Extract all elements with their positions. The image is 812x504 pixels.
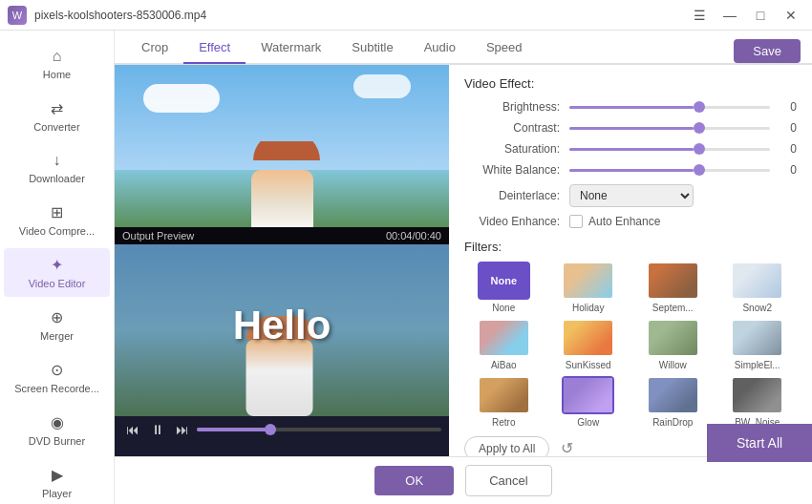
brightness-value: 0 [778,100,797,114]
white-balance-slider[interactable] [569,169,770,172]
tab-crop[interactable]: Crop [126,32,183,64]
sidebar-label-converter: Converter [33,121,79,133]
filter-thumb-raindrop [647,376,699,414]
white-balance-fill [569,169,694,172]
prev-button[interactable]: ⏮ [122,420,143,439]
contrast-thumb [694,122,705,134]
title-bar: W pixels-koolshooters-8530006.mp4 ☰ — □ … [0,0,812,31]
filter-retro[interactable]: Retro [464,376,544,428]
menu-button[interactable]: ☰ [686,4,713,27]
sidebar-item-merger[interactable]: ⊕ Merger [4,301,110,349]
auto-enhance-checkbox[interactable] [569,215,583,228]
filter-september[interactable]: Septem... [633,262,713,313]
sidebar-label-compress: Video Compre... [19,225,95,237]
auto-enhance-text: Auto Enhance [588,215,660,228]
filter-bg-glow [564,378,612,412]
filter-none[interactable]: None None [464,262,544,313]
converter-icon: ⇄ [51,99,63,117]
person-top [239,141,325,227]
sidebar-item-dvd-burner[interactable]: ◉ DVD Burner [4,406,110,454]
sidebar-item-downloader[interactable]: ↓ Downloader [4,144,110,192]
filter-bg-retro [480,378,528,412]
deinterlace-row: Deinterlace: None Linear Yadif Yadif2x [464,184,797,207]
progress-bar[interactable] [197,428,441,431]
filter-bg-willow [649,321,697,355]
main-layout: ⌂ Home ⇄ Converter ↓ Downloader ⊞ Video … [0,31,812,504]
filter-thumb-sunkissed [562,319,614,357]
sidebar-label-editor: Video Editor [29,278,86,289]
cloud1 [143,84,220,113]
cancel-button[interactable]: Cancel [465,465,551,496]
filter-bg-sunkissed [564,321,612,355]
tab-watermark[interactable]: Watermark [246,32,336,64]
filter-aibao[interactable]: AiBao [464,319,544,370]
white-balance-slider-container: 0 [569,163,797,177]
sidebar-item-converter[interactable]: ⇄ Converter [4,92,110,140]
filter-thumb-september [647,262,699,300]
close-button[interactable]: ✕ [778,4,804,27]
play-pause-button[interactable]: ⏸ [147,420,168,439]
sidebar-item-screen-recorder[interactable]: ⊙ Screen Recorde... [4,353,110,402]
filter-label-aibao: AiBao [491,360,517,370]
filter-bwnoise[interactable]: BW_Noise [718,376,798,428]
cloud2 [353,74,411,98]
next-button[interactable]: ⏭ [172,420,193,439]
sidebar-item-home[interactable]: ⌂ Home [4,40,110,88]
progress-thumb [265,424,276,435]
brightness-fill [569,106,694,109]
minimize-button[interactable]: — [716,4,743,27]
filter-raindrop[interactable]: RainDrop [633,376,713,428]
tab-subtitle[interactable]: Subtitle [336,32,408,64]
filter-snow2[interactable]: Snow2 [718,262,798,313]
tab-audio[interactable]: Audio [409,32,471,64]
contrast-slider[interactable] [569,127,770,130]
saturation-slider[interactable] [569,148,770,151]
filter-label-none: None [492,303,515,313]
contrast-fill [569,127,694,130]
sidebar-item-video-editor[interactable]: ✦ Video Editor [4,248,110,297]
content-area: Crop Effect Watermark Subtitle Audio Spe… [115,31,812,504]
filter-thumb-simpleel [731,319,783,357]
filter-label-simpleel: SimpleEl... [735,360,780,370]
refresh-filters-button[interactable]: ↺ [557,435,577,456]
save-button[interactable]: Save [734,39,801,63]
apply-all-button[interactable]: Apply to All [464,436,549,457]
filter-thumb-willow [647,319,699,357]
hello-text: Hello [233,303,331,348]
brightness-slider[interactable] [569,106,770,109]
filter-none-text: None [491,275,518,286]
start-all-button[interactable]: Start All [707,424,812,462]
video-timestamp: 00:04/00:40 [386,230,441,242]
filter-bg-aibao [480,321,528,355]
filter-sunkissed[interactable]: SunKissed [549,319,629,370]
tab-effect[interactable]: Effect [183,32,246,64]
video-enhance-label: Video Enhance: [464,215,569,228]
video-preview-top [115,65,449,227]
filter-glow[interactable]: Glow [549,376,629,428]
filter-simpleel[interactable]: SimpleEl... [718,319,798,370]
video-effect-title: Video Effect: [464,76,797,91]
tab-bar: Crop Effect Watermark Subtitle Audio Spe… [115,31,812,65]
sidebar-item-player[interactable]: ▶ Player [4,458,110,504]
sidebar-item-video-compress[interactable]: ⊞ Video Compre... [4,196,110,244]
filter-bg-raindrop [649,378,697,412]
filter-willow[interactable]: Willow [633,319,713,370]
filter-bg-september [649,263,697,298]
white-balance-thumb [694,164,705,176]
compress-icon: ⊞ [51,203,63,221]
maximize-button[interactable]: □ [747,4,774,27]
sidebar-label-downloader: Downloader [29,173,85,184]
ok-button[interactable]: OK [374,466,454,495]
saturation-row: Saturation: 0 [464,142,797,156]
sidebar: ⌂ Home ⇄ Converter ↓ Downloader ⊞ Video … [0,31,115,504]
auto-enhance-label[interactable]: Auto Enhance [569,215,660,228]
deinterlace-select[interactable]: None Linear Yadif Yadif2x [569,184,694,207]
tab-speed[interactable]: Speed [471,32,538,64]
filter-holiday[interactable]: Holiday [549,262,629,313]
filter-thumb-retro [478,376,530,414]
contrast-row: Contrast: 0 [464,121,797,135]
video-preview-bottom: Hello [115,244,449,416]
output-bar: Output Preview 00:04/00:40 [115,227,449,244]
filter-label-retro: Retro [492,417,515,428]
window-title: pixels-koolshooters-8530006.mp4 [34,9,206,22]
